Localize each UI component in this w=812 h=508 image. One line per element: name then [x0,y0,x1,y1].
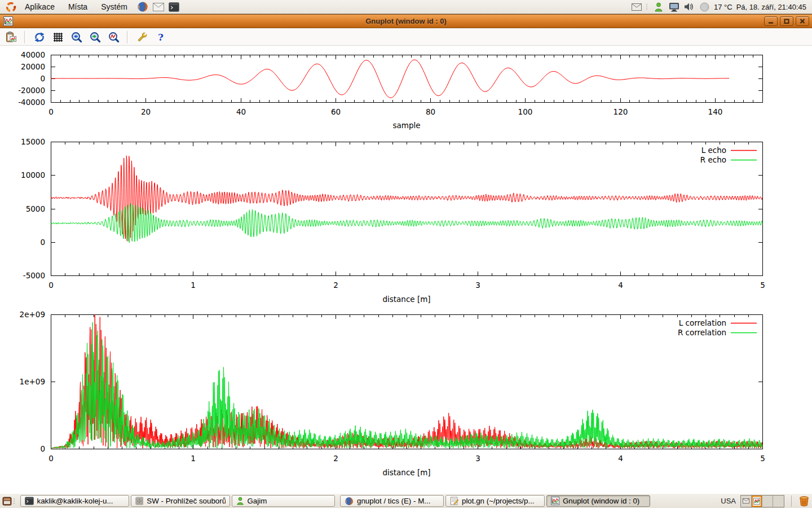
gajim-tray-icon[interactable] [653,2,664,12]
firefox-icon [345,497,354,506]
minimize-button[interactable] [764,16,778,26]
display-tray-icon[interactable] [668,2,679,12]
svg-text:120: 120 [614,107,628,116]
xlabel-chart-3: distance [m] [382,468,430,477]
chart-2: 012345-5000050001000015000distance [m]L … [21,137,765,304]
gnuplot-canvas: 020406080100120140-40000-200000200004000… [0,46,812,493]
trash-icon [798,496,810,507]
toolbar-separator [24,31,27,43]
system-tray: 17 °C Pá, 18. září, 21:40:45 [631,2,812,12]
svg-text:5: 5 [760,281,765,290]
svg-text:4: 4 [618,281,623,290]
svg-text:5000: 5000 [26,204,45,213]
tray-grip-handle[interactable] [646,2,649,11]
svg-text:0: 0 [48,107,54,116]
keyboard-layout-indicator[interactable]: USA [721,497,736,505]
gnuplot-window-icon [3,16,13,26]
svg-text:20: 20 [141,107,151,116]
svg-text:0: 0 [40,238,45,247]
svg-text:140: 140 [708,107,723,116]
menu-places[interactable]: Místa [63,1,93,12]
bottom-taskbar: kaklik@kaklik-kolej-u... SW - Prohlížeč … [0,493,812,508]
window-title: Gnuplot (window id : 0) [0,17,812,25]
mail-window-mini-icon [743,498,749,503]
volume-tray-icon[interactable] [683,2,695,12]
svg-text:20000: 20000 [21,62,45,71]
svg-text:0: 0 [40,444,45,453]
svg-text:40000: 40000 [21,50,45,59]
zoom-next-button[interactable] [88,30,103,45]
mail-launcher-icon[interactable] [152,1,165,12]
svg-text:-20000: -20000 [18,86,45,95]
svg-text:2e+09: 2e+09 [20,310,45,319]
settings-wrench-button[interactable] [135,30,149,45]
task-button-file-manager[interactable]: SW - Prohlížeč souborů [131,495,230,507]
task-button-gnuplot[interactable]: Gnuplot (window id : 0) [546,495,650,507]
weather-tray-icon[interactable] [699,2,710,12]
legend-label: R correlation [678,328,726,337]
clock[interactable]: Pá, 18. září, 21:40:45 [736,3,806,11]
workspace-2[interactable] [752,496,762,507]
copy-to-clipboard-button[interactable] [4,30,19,45]
series-r-echo [51,203,762,243]
help-button[interactable]: ? [153,30,168,45]
unzoom-button[interactable] [107,30,121,45]
gnome-top-panel: Aplikace Místa Systém [0,0,812,14]
svg-text:1: 1 [191,281,196,290]
window-list-icon [2,497,12,506]
terminal-launcher-icon[interactable] [168,1,180,12]
firefox-launcher-icon[interactable] [136,1,149,12]
series-chirp-signal [51,60,729,98]
trash-applet[interactable] [798,496,810,507]
series-l-correlation [51,314,762,448]
svg-text:2: 2 [333,454,338,463]
window-list-applet[interactable] [0,497,19,506]
workspace-1[interactable] [741,496,752,507]
svg-text:80: 80 [426,107,435,116]
task-button-gajim[interactable]: Gajim [232,495,335,507]
legend-label: R echo [700,155,726,164]
gajim-icon [236,497,244,505]
mail-tray-icon[interactable] [631,2,642,12]
taskbar-divider [791,496,792,507]
close-button[interactable] [796,16,809,26]
svg-text:1: 1 [191,454,196,463]
chart-3: 01234501e+092e+09distance [m]L correlati… [20,310,765,477]
svg-text:10000: 10000 [21,170,45,179]
menu-system[interactable]: Systém [95,1,133,12]
svg-text:1e+09: 1e+09 [20,377,45,386]
task-button-text-editor[interactable]: plot.gn (~/projects/p... [445,495,545,507]
task-button-terminal[interactable]: kaklik@kaklik-kolej-u... [20,495,129,507]
chart-1: 020406080100120140-40000-200000200004000… [18,50,762,130]
xlabel-chart-2: distance [m] [382,295,430,304]
svg-text:15000: 15000 [21,137,45,146]
svg-text:-5000: -5000 [23,271,45,280]
maximize-button[interactable] [780,16,793,26]
text-editor-icon [450,497,458,505]
temperature-readout[interactable]: 17 °C [714,3,732,11]
svg-text:-40000: -40000 [18,98,45,107]
gnuplot-window-mini-icon [753,498,760,505]
svg-text:?: ? [158,32,164,43]
workspace-4[interactable] [773,496,784,507]
terminal-icon [25,497,34,505]
ubuntu-logo-icon[interactable] [5,1,17,12]
workspace-3[interactable] [762,496,773,507]
menu-applications[interactable]: Aplikace [19,1,60,12]
svg-text:0: 0 [48,454,54,463]
svg-text:3: 3 [475,281,480,290]
svg-text:2: 2 [333,281,338,290]
applet-grip-handle[interactable] [14,497,16,506]
svg-text:0: 0 [48,281,54,290]
task-button-firefox[interactable]: gnuplot / tics (E) - M... [340,495,444,507]
panel-menus: Aplikace Místa Systém [0,1,180,12]
svg-text:40: 40 [236,107,246,116]
replot-button[interactable] [32,30,47,45]
gnuplot-icon [551,497,559,505]
zoom-previous-button[interactable] [69,30,84,45]
series-r-correlation [51,322,762,448]
toggle-grid-button[interactable] [51,30,65,45]
svg-text:3: 3 [475,454,480,463]
legend-label: L echo [701,146,726,155]
window-titlebar[interactable]: Gnuplot (window id : 0) [0,14,812,28]
